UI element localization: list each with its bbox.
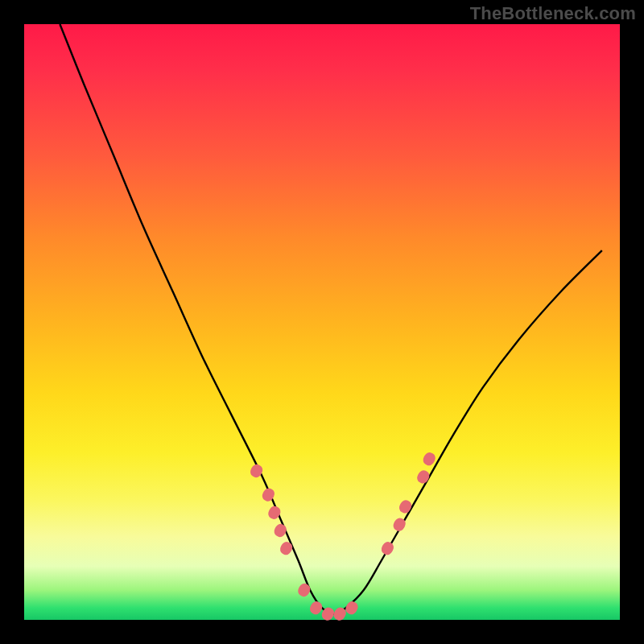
curve-layer [24,24,620,620]
bottleneck-curve [60,24,601,614]
pink-marker-layer [249,451,437,622]
pink-marker [415,469,431,485]
chart-frame: TheBottleneck.com [0,0,644,644]
pink-marker [344,600,360,617]
pink-marker [272,522,288,539]
pink-marker [379,540,395,557]
watermark-text: TheBottleneck.com [470,3,636,24]
plot-area [24,24,620,620]
pink-marker [398,498,414,515]
pink-marker [421,451,437,468]
pink-marker [260,486,276,503]
pink-marker [296,582,312,599]
pink-marker [279,540,295,557]
pink-marker [308,600,324,617]
